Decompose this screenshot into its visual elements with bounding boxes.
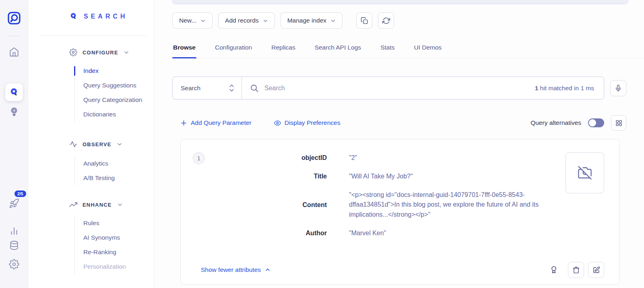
search-mode-label: Search	[181, 85, 200, 92]
sidebar-item-ab-testing[interactable]: A/B Testing	[75, 171, 115, 185]
tab-ui-demos[interactable]: UI Demos	[413, 41, 442, 58]
display-preferences-link[interactable]: Display Preferences	[274, 119, 341, 126]
recommend-lightbulb-icon[interactable]	[9, 106, 19, 117]
search-product-mini-icon	[69, 12, 78, 21]
refresh-icon[interactable]	[378, 12, 394, 29]
delete-trash-icon[interactable]	[568, 262, 584, 278]
attribute-value: "Will AI Take My Job?"	[349, 172, 413, 182]
add-records-label: Add records	[225, 17, 259, 24]
attribute-name: Content	[226, 201, 327, 209]
chevron-up-icon	[265, 267, 270, 273]
algolia-logo-icon[interactable]	[6, 10, 22, 26]
section-enhance[interactable]: ENHANCE	[69, 201, 123, 209]
chevron-down-icon	[124, 50, 129, 55]
attribute-row: Content "<p><strong id="docs-internal-gu…	[226, 190, 566, 220]
chevron-down-icon	[117, 141, 122, 147]
attribute-value: "Marvel Ken"	[349, 228, 386, 238]
manage-index-label: Manage index	[287, 17, 326, 24]
hits-stat: 1 hit matched in 1 ms	[535, 85, 596, 92]
index-tabs: Browse Configuration Replicas Search API…	[172, 41, 644, 58]
add-query-parameter-label: Add Query Parameter	[191, 119, 252, 126]
section-observe[interactable]: OBSERVE	[69, 140, 122, 148]
show-fewer-label: Show fewer attributes	[201, 266, 261, 273]
settings-gear-icon[interactable]	[9, 259, 19, 269]
edit-record-icon[interactable]	[588, 262, 604, 278]
add-query-parameter-link[interactable]: Add Query Parameter	[180, 119, 252, 126]
tab-configuration[interactable]: Configuration	[214, 41, 253, 58]
rocket-icon[interactable]	[9, 198, 19, 209]
home-icon[interactable]	[9, 47, 19, 57]
app-rail: 2/5	[0, 0, 28, 288]
tab-browse[interactable]: Browse	[172, 41, 196, 58]
enhance-nav: Rules AI Synonyms Re-Ranking Personaliza…	[74, 216, 126, 274]
hit-attributes: objectID "2" Title "Will AI Take My Job?…	[226, 153, 566, 247]
new-dropdown-button[interactable]: New...	[172, 12, 213, 29]
microphone-icon[interactable]	[610, 80, 626, 96]
query-controls: Add Query Parameter Display Preferences …	[172, 115, 626, 131]
search-product-icon[interactable]	[5, 83, 23, 101]
section-label: ENHANCE	[83, 202, 112, 208]
search-icon	[250, 84, 259, 93]
no-image-placeholder	[566, 152, 604, 193]
sidebar-item-personalization[interactable]: Personalization	[75, 259, 126, 274]
section-label: OBSERVE	[83, 141, 111, 147]
product-sidebar: SEARCH CONFIGURE Index Query Suggestions…	[28, 0, 154, 288]
display-preferences-label: Display Preferences	[285, 119, 341, 126]
algolia-dashboard: 2/5	[0, 0, 644, 288]
trending-up-icon	[69, 201, 77, 209]
configure-nav: Index Query Suggestions Query Categoriza…	[74, 64, 142, 122]
hit-rank-badge: 1	[193, 152, 205, 164]
observe-nav: Analytics A/B Testing	[74, 156, 115, 185]
tab-stats[interactable]: Stats	[380, 41, 395, 58]
promote-award-icon[interactable]	[547, 263, 561, 277]
attribute-value: "<p><strong id="docs-internal-guid-14079…	[349, 190, 566, 220]
data-database-icon[interactable]	[9, 240, 19, 251]
tab-search-api-logs[interactable]: Search API Logs	[314, 41, 362, 58]
chevron-down-icon	[200, 18, 206, 23]
product-header: SEARCH	[69, 12, 128, 21]
tab-replicas[interactable]: Replicas	[270, 41, 296, 58]
chevron-down-icon	[330, 18, 336, 23]
add-records-dropdown-button[interactable]: Add records	[218, 12, 275, 29]
sidebar-item-dictionaries[interactable]: Dictionaries	[75, 107, 142, 122]
attribute-name: objectID	[226, 154, 327, 162]
sidebar-item-rules[interactable]: Rules	[75, 216, 126, 230]
divider	[8, 36, 20, 36]
attribute-value: "2"	[349, 153, 357, 163]
attribute-row: objectID "2"	[226, 153, 566, 163]
main-content: New... Add records Manage index	[154, 0, 644, 288]
product-title: SEARCH	[84, 13, 128, 20]
search-mode-select[interactable]: Search	[173, 77, 242, 99]
query-alternatives-toggle[interactable]	[588, 118, 604, 127]
section-label: CONFIGURE	[83, 50, 118, 56]
chevron-down-icon	[263, 18, 268, 23]
hit-card-footer: Show fewer attributes	[195, 262, 604, 278]
gear-icon	[69, 48, 77, 56]
camera-off-icon	[578, 166, 592, 180]
sidebar-item-query-suggestions[interactable]: Query Suggestions	[75, 78, 142, 93]
sidebar-item-ai-synonyms[interactable]: AI Synonyms	[75, 230, 126, 245]
search-box: Search 1 hit matched in 1 ms	[172, 77, 604, 99]
attribute-name: Title	[226, 173, 327, 180]
search-input[interactable]	[264, 85, 529, 92]
sidebar-item-query-categorization[interactable]: Query Categorization	[75, 93, 142, 107]
select-arrows-icon	[229, 84, 234, 92]
sidebar-item-re-ranking[interactable]: Re-Ranking	[75, 245, 126, 259]
sidebar-item-index[interactable]: Index	[75, 64, 142, 78]
eye-icon	[274, 120, 281, 126]
attribute-row: Author "Marvel Ken"	[226, 228, 566, 238]
manage-index-dropdown-button[interactable]: Manage index	[281, 12, 343, 29]
index-toolbar: New... Add records Manage index	[172, 12, 394, 29]
section-configure[interactable]: CONFIGURE	[69, 48, 129, 56]
show-fewer-attributes-link[interactable]: Show fewer attributes	[201, 266, 270, 273]
attribute-row: Title "Will AI Take My Job?"	[226, 172, 566, 182]
sidebar-item-analytics[interactable]: Analytics	[75, 156, 115, 171]
analytics-bars-icon[interactable]	[9, 226, 19, 236]
query-alternatives-label: Query alternatives	[530, 119, 581, 126]
index-selector-bar[interactable]	[172, 0, 628, 4]
new-dropdown-label: New...	[179, 17, 196, 24]
layout-grid-icon[interactable]	[611, 115, 626, 131]
hits-text: hit matched in 1 ms	[538, 85, 594, 91]
divider	[41, 35, 147, 36]
copy-icon[interactable]	[356, 12, 372, 29]
